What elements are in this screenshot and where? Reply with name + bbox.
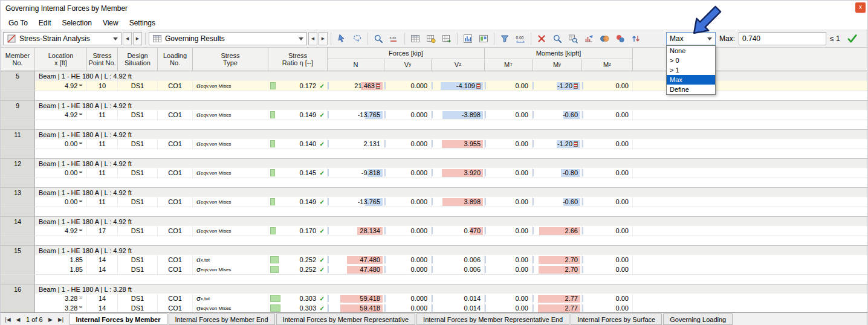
my-cell[interactable]: -1.20: [533, 81, 582, 91]
stress-type-cell[interactable]: σeqv,von Mises: [193, 81, 268, 91]
loading-cell[interactable]: CO1: [158, 303, 193, 312]
stress-point-cell[interactable]: 11: [87, 139, 118, 149]
mz-cell[interactable]: 0.00: [582, 110, 633, 120]
menu-view[interactable]: View: [97, 18, 124, 28]
prev-page-button[interactable]: ◀: [13, 317, 23, 323]
design-situation-cell[interactable]: DS1: [118, 168, 158, 178]
location-cell[interactable]: 3.28≍: [35, 294, 87, 303]
mz-cell[interactable]: 0.00: [582, 303, 633, 312]
extreme-values-dropdown[interactable]: Max None> 0> 1MaxDefine: [666, 32, 716, 45]
vz-cell[interactable]: 3.898: [432, 197, 485, 207]
result-panel-icon[interactable]: [476, 31, 491, 46]
vy-cell[interactable]: 0.000: [384, 303, 432, 312]
stress-type-cell[interactable]: σeqv,von Mises: [193, 303, 268, 312]
location-cell[interactable]: 4.92≍: [35, 81, 87, 91]
vz-cell[interactable]: 0.006: [432, 255, 485, 265]
max-value-input[interactable]: 0.740: [739, 32, 826, 45]
vz-cell[interactable]: 0.470: [432, 226, 485, 236]
stress-point-cell[interactable]: 14: [87, 255, 118, 265]
n-cell[interactable]: 47.480: [328, 265, 384, 274]
mt-cell[interactable]: 0.00: [485, 303, 533, 312]
stress-ratio-cell[interactable]: 0.172✓: [268, 81, 328, 91]
stress-ratio-cell[interactable]: 0.140✓: [268, 139, 328, 149]
n-cell[interactable]: 59.418: [328, 294, 384, 303]
stress-type-cell[interactable]: σx,tot: [193, 255, 268, 265]
loading-cell[interactable]: CO1: [158, 294, 193, 303]
stress-point-cell[interactable]: 10: [87, 81, 118, 91]
result-row[interactable]: 0.00≍11DS1CO1σeqv,von Mises0.149✓-13.765…: [1, 197, 867, 207]
mz-cell[interactable]: 0.00: [582, 81, 633, 91]
member-group-header[interactable]: 15Beam | 1 - HE 180 A | L : 4.92 ft: [1, 245, 867, 255]
design-situation-cell[interactable]: DS1: [118, 294, 158, 303]
numeric-values-icon[interactable]: x.xx: [387, 31, 401, 46]
loading-cell[interactable]: CO1: [158, 168, 193, 178]
first-page-button[interactable]: |◀: [3, 317, 13, 323]
design-situation-cell[interactable]: DS1: [118, 226, 158, 236]
design-situation-cell[interactable]: DS1: [118, 303, 158, 312]
vy-cell[interactable]: 0.000: [384, 168, 432, 178]
result-row[interactable]: 0.00≍11DS1CO1σeqv,von Mises0.140✓2.1310.…: [1, 139, 867, 149]
design-situation-cell[interactable]: DS1: [118, 81, 158, 91]
member-group-header[interactable]: 5Beam | 1 - HE 180 A | L : 4.92 ft: [1, 71, 867, 81]
stress-ratio-cell[interactable]: 0.303✓: [268, 303, 328, 312]
loading-cell[interactable]: CO1: [158, 81, 193, 91]
location-cell[interactable]: 4.92≍: [35, 110, 87, 120]
table-view-icon[interactable]: [408, 31, 423, 46]
mz-cell[interactable]: 0.00: [582, 197, 633, 207]
mt-cell[interactable]: 0.00: [485, 81, 533, 91]
next-page-button[interactable]: ▶: [46, 317, 56, 323]
mt-cell[interactable]: 0.00: [485, 255, 533, 265]
my-cell[interactable]: -0.60: [533, 110, 582, 120]
stress-ratio-cell[interactable]: 0.252✓: [268, 265, 328, 274]
results-prev-button[interactable]: ◀: [308, 32, 317, 45]
my-cell[interactable]: 2.70: [533, 255, 582, 265]
tab-internal-forces-by-surface[interactable]: Internal Forces by Surface: [571, 314, 662, 325]
n-cell[interactable]: 28.134: [328, 226, 384, 236]
vy-cell[interactable]: 0.000: [384, 139, 432, 149]
vz-cell[interactable]: -4.109: [432, 81, 485, 91]
lasso-select-icon[interactable]: [350, 31, 364, 46]
member-colors-icon[interactable]: [613, 31, 627, 46]
my-cell[interactable]: 2.70: [533, 265, 582, 274]
last-page-button[interactable]: ▶|: [56, 317, 66, 323]
stress-ratio-cell[interactable]: 0.303✓: [268, 294, 328, 303]
location-cell[interactable]: 3.28≍: [35, 303, 87, 312]
member-group-header[interactable]: 13Beam | 1 - HE 180 A | L : 4.92 ft: [1, 187, 867, 197]
vy-cell[interactable]: 0.000: [384, 226, 432, 236]
result-relations-icon[interactable]: [581, 31, 596, 46]
find-in-table-icon[interactable]: [566, 31, 580, 46]
analysis-next-button[interactable]: ▶: [133, 32, 142, 45]
vy-cell[interactable]: 0.000: [384, 197, 432, 207]
vy-cell[interactable]: 0.000: [384, 110, 432, 120]
result-row[interactable]: 3.28≍14DS1CO1σx,tot0.303✓59.4180.0000.01…: [1, 294, 867, 303]
menu-edit[interactable]: Edit: [33, 18, 57, 28]
close-button[interactable]: x: [855, 2, 866, 13]
mz-cell[interactable]: 0.00: [582, 265, 633, 274]
stress-ratio-cell[interactable]: 0.149✓: [268, 110, 328, 120]
decimal-places-icon[interactable]: 0.00: [513, 31, 528, 46]
stress-type-cell[interactable]: σeqv,von Mises: [193, 226, 268, 236]
design-situation-cell[interactable]: DS1: [118, 265, 158, 274]
delete-results-icon[interactable]: [534, 31, 549, 46]
mt-cell[interactable]: 0.00: [485, 168, 533, 178]
analysis-prev-button[interactable]: ◀: [123, 32, 132, 45]
location-cell[interactable]: 0.00≍: [35, 197, 87, 207]
result-row[interactable]: 3.28≍14DS1CO1σeqv,von Mises0.303✓59.4180…: [1, 303, 867, 312]
stress-ratio-cell[interactable]: 0.149✓: [268, 197, 328, 207]
my-cell[interactable]: -0.80: [533, 168, 582, 178]
member-group-header[interactable]: 14Beam | 1 - HE 180 A | L : 4.92 ft: [1, 216, 867, 226]
mt-cell[interactable]: 0.00: [485, 197, 533, 207]
n-cell[interactable]: -9.818: [328, 168, 384, 178]
pointer-select-icon[interactable]: [334, 31, 349, 46]
n-cell[interactable]: -13.765: [328, 110, 384, 120]
loading-cell[interactable]: CO1: [158, 110, 193, 120]
location-cell[interactable]: 1.85: [35, 255, 87, 265]
mt-cell[interactable]: 0.00: [485, 226, 533, 236]
menu-settings[interactable]: Settings: [124, 18, 161, 28]
result-diagram-icon[interactable]: [461, 31, 475, 46]
stress-type-cell[interactable]: σeqv,von Mises: [193, 139, 268, 149]
stress-type-cell[interactable]: σeqv,von Mises: [193, 265, 268, 274]
n-cell[interactable]: 59.418: [328, 303, 384, 312]
mz-cell[interactable]: 0.00: [582, 168, 633, 178]
stress-ratio-cell[interactable]: 0.170✓: [268, 226, 328, 236]
